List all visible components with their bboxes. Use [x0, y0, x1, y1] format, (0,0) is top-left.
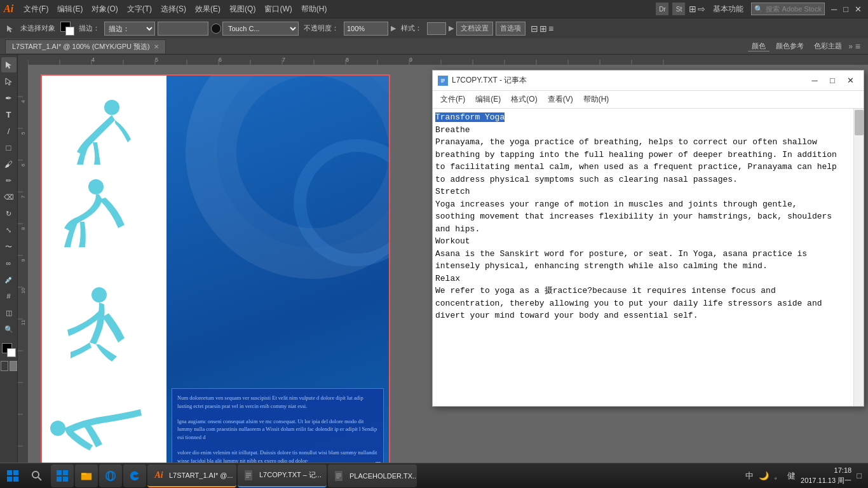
- scale-tool[interactable]: ⤡: [1, 222, 17, 238]
- warp-tool[interactable]: 〜: [1, 239, 17, 254]
- normal-mode-icon[interactable]: [1, 361, 8, 371]
- sys-icon-2[interactable]: 🌙: [757, 470, 770, 482]
- pencil-tool[interactable]: ✏: [1, 173, 17, 188]
- search-stock-bar[interactable]: 🔍 搜索 Adobe Stock: [751, 3, 824, 15]
- notifications-icon[interactable]: □: [855, 470, 863, 482]
- selected-text-highlight: Transform Yoga: [435, 112, 505, 122]
- doc-tab-close[interactable]: ✕: [154, 43, 159, 50]
- menu-text[interactable]: 文字(T): [123, 3, 156, 16]
- gradient-tool[interactable]: ◫: [1, 305, 17, 320]
- pen-tool[interactable]: ✒: [1, 90, 17, 105]
- notepad-content-wrapper: Transform Yoga Breathe Pranayama, the yo…: [433, 109, 864, 406]
- minimize-ai-icon[interactable]: ─: [829, 4, 839, 14]
- taskbar-item-windows[interactable]: [51, 464, 74, 487]
- menu-effect[interactable]: 效果(E): [191, 3, 224, 16]
- svg-text:5: 5: [155, 57, 158, 63]
- grid-options-icon[interactable]: ⊟: [531, 24, 538, 34]
- windows-icon: [56, 470, 69, 482]
- maximize-ai-icon[interactable]: □: [841, 4, 851, 14]
- svg-text:8: 8: [20, 227, 26, 230]
- notepad-minimize-btn[interactable]: ─: [806, 72, 823, 89]
- ruler-top: 4 5 6 7 8 9: [28, 55, 868, 65]
- app-icon-2[interactable]: St: [672, 3, 685, 15]
- rect-tool[interactable]: □: [1, 140, 17, 155]
- window-controls: ─ □ ✕: [829, 4, 864, 14]
- view-mode-tools: [1, 361, 17, 371]
- taskbar-item-ai[interactable]: Ai L7START_1.AI* @...: [147, 464, 236, 487]
- basic-function[interactable]: 基本功能: [709, 3, 747, 16]
- menu-object[interactable]: 对象(O): [88, 3, 121, 16]
- svg-text:8: 8: [346, 57, 349, 63]
- style-arrow[interactable]: ▶: [449, 24, 454, 32]
- menu-help[interactable]: 帮助(H): [297, 3, 331, 16]
- menu-file[interactable]: 文件(F): [20, 3, 52, 16]
- taskbar-item-notepad2[interactable]: PLACEHOLDER.TX...: [328, 464, 417, 487]
- rotate-tool[interactable]: ↻: [1, 206, 17, 221]
- grid-view-icon[interactable]: ⊞: [689, 4, 696, 14]
- panel-menu-icon[interactable]: ≡: [855, 41, 860, 51]
- fill-stroke-swatches[interactable]: [60, 22, 74, 36]
- touch-select[interactable]: Touch C...: [222, 22, 299, 36]
- taskbar-item-edge[interactable]: [123, 464, 146, 487]
- taskbar-item-notepad1[interactable]: L7COPY.TXT – 记...: [238, 464, 327, 487]
- ie-icon: [104, 470, 117, 482]
- fill-stroke-indicator[interactable]: [2, 343, 16, 357]
- mesh-tool[interactable]: #: [1, 288, 17, 304]
- top-menubar: Ai 文件(F) 编辑(E) 对象(O) 文字(T) 选择(S) 效果(E) 视…: [0, 0, 868, 18]
- svg-rect-66: [63, 477, 68, 482]
- notepad-maximize-btn[interactable]: □: [824, 72, 841, 89]
- menu-view[interactable]: 视图(Q): [226, 3, 259, 16]
- stroke-select[interactable]: 描边：: [104, 22, 155, 36]
- eyedropper-tool[interactable]: 💉: [1, 272, 17, 287]
- zoom-tool[interactable]: 🔍: [1, 322, 17, 337]
- menu-icon[interactable]: ≡: [548, 24, 553, 34]
- doc-settings-button[interactable]: 文档设置: [456, 22, 493, 36]
- brush-circle[interactable]: [211, 24, 221, 34]
- taskbar-item-ie[interactable]: [99, 464, 122, 487]
- preferences-button[interactable]: 首选项: [496, 22, 526, 36]
- notepad-titlebar: L7COPY.TXT - 记事本 ─ □ ✕: [433, 71, 864, 91]
- taskbar-clock[interactable]: 17:18 2017.11.13 周一: [801, 466, 851, 485]
- taskbar-item-explorer[interactable]: [75, 464, 98, 487]
- opacity-arrow[interactable]: ▶: [391, 24, 396, 32]
- direct-select-tool[interactable]: [1, 74, 17, 89]
- scrollbar-thumb[interactable]: [855, 110, 864, 135]
- sys-icon-4[interactable]: 健: [786, 469, 797, 483]
- cursor-icon: [4, 22, 17, 35]
- sys-icon-3[interactable]: 。: [773, 469, 783, 483]
- close-ai-icon[interactable]: ✕: [852, 4, 864, 14]
- select-tool[interactable]: [1, 57, 17, 72]
- options-icon[interactable]: ⊞: [539, 24, 547, 34]
- sys-icon-1[interactable]: 中: [744, 469, 755, 483]
- notepad-title-area: L7COPY.TXT - 记事本: [438, 75, 527, 86]
- menu-edit[interactable]: 编辑(E): [53, 3, 86, 16]
- arrange-icon[interactable]: ⇨: [698, 4, 705, 14]
- start-button[interactable]: [0, 463, 25, 489]
- blend-tool[interactable]: ∞: [1, 255, 17, 271]
- type-tool[interactable]: T: [1, 107, 17, 122]
- notepad-close-btn[interactable]: ✕: [842, 72, 858, 89]
- color-panel-tab[interactable]: 颜色: [748, 41, 770, 51]
- notepad-menu-file[interactable]: 文件(F): [435, 92, 470, 107]
- doc-tab-name: L7START_1.AI* @ 100% (CMYK/GPU 预选): [12, 42, 150, 51]
- notepad-menu-help[interactable]: 帮助(H): [578, 92, 614, 107]
- menu-select[interactable]: 选择(S): [157, 3, 190, 16]
- notepad-menu-view[interactable]: 查看(V): [543, 92, 578, 107]
- notepad-scrollbar[interactable]: [853, 109, 864, 406]
- panel-expand-icon[interactable]: »: [848, 42, 853, 51]
- opacity-input[interactable]: [344, 22, 388, 36]
- menu-window[interactable]: 窗口(W): [261, 3, 295, 16]
- notepad-menu-format[interactable]: 格式(O): [506, 92, 542, 107]
- notepad-menu-edit[interactable]: 编辑(E): [470, 92, 506, 107]
- fullscreen-mode-icon[interactable]: [10, 361, 17, 371]
- svg-rect-64: [63, 470, 68, 475]
- brush-tool[interactable]: 🖌: [1, 156, 17, 172]
- line-tool[interactable]: /: [1, 123, 17, 139]
- app-icon-1[interactable]: Dr: [656, 3, 668, 15]
- color-ref-tab[interactable]: 颜色参考: [772, 41, 808, 51]
- color-theme-tab[interactable]: 色彩主题: [810, 41, 846, 51]
- taskbar-search-button[interactable]: [25, 464, 48, 487]
- document-tab[interactable]: L7START_1.AI* @ 100% (CMYK/GPU 预选) ✕: [5, 39, 166, 53]
- notepad-content[interactable]: Transform Yoga Breathe Pranayama, the yo…: [433, 109, 853, 406]
- eraser-tool[interactable]: ⌫: [1, 189, 17, 205]
